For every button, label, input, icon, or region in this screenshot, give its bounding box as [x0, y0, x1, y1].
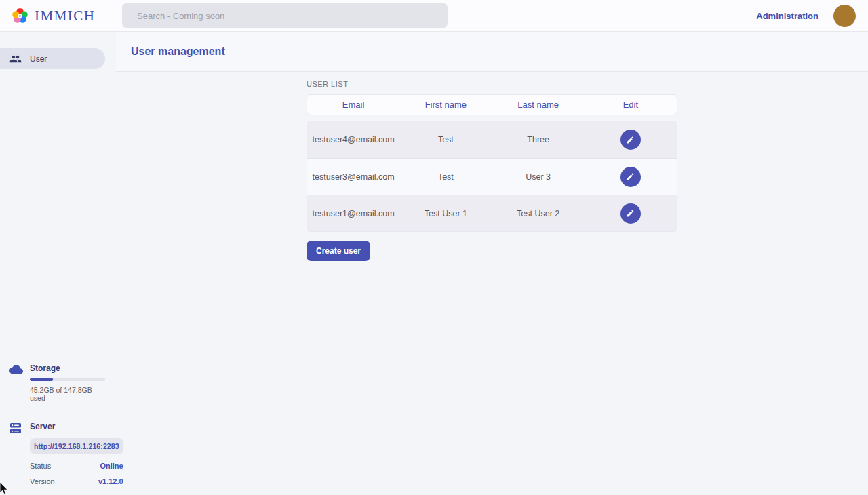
server-title: Server — [30, 422, 123, 431]
storage-usage-text: 45.2GB of 147.8GB used — [30, 386, 105, 402]
topbar: IMMICH Administration — [0, 0, 868, 32]
topbar-right: Administration — [756, 5, 856, 27]
table-row: testuser4@email.com Test Three — [307, 121, 677, 158]
server-icon — [9, 422, 22, 434]
server-version-row: Version v1.12.0 — [30, 477, 123, 486]
users-icon — [9, 53, 22, 65]
user-list-label: USER LIST — [307, 80, 677, 88]
main-panel: User management USER LIST Email First na… — [116, 32, 868, 495]
pencil-icon — [626, 172, 635, 181]
server-panel: Server http://192.168.1.216:2283 Status … — [0, 422, 116, 486]
user-first-name: Test — [399, 172, 492, 182]
user-email: testuser4@email.com — [307, 135, 399, 144]
user-email: testuser1@email.com — [307, 209, 399, 218]
table-row: testuser3@email.com Test User 3 — [307, 158, 677, 195]
administration-link[interactable]: Administration — [756, 11, 818, 21]
user-table: testuser4@email.com Test Three — [307, 121, 677, 232]
main-header: User management — [116, 32, 868, 72]
edit-user-button[interactable] — [620, 167, 641, 187]
version-label: Version — [30, 477, 55, 486]
brand[interactable]: IMMICH — [11, 7, 111, 25]
sidebar-bottom: Storage 45.2GB of 147.8GB used — [0, 363, 116, 495]
user-last-name: Test User 2 — [492, 209, 585, 218]
column-header-last-name: Last name — [492, 100, 585, 110]
sidebar: User Storage 45.2GB of 147.8GB — [0, 32, 116, 495]
column-header-edit: Edit — [585, 100, 677, 110]
content-area: USER LIST Email First name Last name Edi… — [116, 72, 868, 495]
user-first-name: Test User 1 — [399, 209, 492, 218]
server-status-row: Status Online — [30, 462, 123, 470]
table-header: Email First name Last name Edit — [307, 94, 677, 115]
pencil-icon — [626, 136, 635, 144]
edit-user-button[interactable] — [620, 130, 641, 150]
storage-progress-fill — [30, 378, 53, 381]
sidebar-item-label: User — [30, 54, 47, 64]
table-row: testuser1@email.com Test User 1 Test Use… — [307, 195, 677, 231]
sidebar-divider — [5, 412, 105, 412]
sidebar-item-user[interactable]: User — [0, 48, 105, 69]
pencil-icon — [626, 209, 635, 218]
user-last-name: Three — [492, 135, 585, 144]
page-title: User management — [131, 45, 225, 58]
column-header-first-name: First name — [399, 100, 492, 110]
search-input[interactable] — [122, 3, 448, 28]
user-first-name: Test — [399, 135, 492, 144]
server-url-chip: http://192.168.1.216:2283 — [30, 438, 123, 454]
brand-name: IMMICH — [35, 7, 96, 24]
user-email: testuser3@email.com — [307, 172, 399, 182]
storage-panel: Storage 45.2GB of 147.8GB used — [0, 363, 116, 402]
storage-progress-bar — [30, 378, 105, 381]
immich-logo-icon — [11, 7, 29, 25]
cloud-icon — [9, 364, 23, 374]
storage-title: Storage — [30, 363, 105, 373]
user-last-name: User 3 — [492, 172, 585, 182]
user-avatar[interactable] — [833, 5, 856, 27]
edit-user-button[interactable] — [620, 203, 641, 224]
column-header-email: Email — [307, 100, 399, 110]
create-user-button[interactable]: Create user — [307, 241, 370, 261]
status-label: Status — [30, 462, 51, 470]
